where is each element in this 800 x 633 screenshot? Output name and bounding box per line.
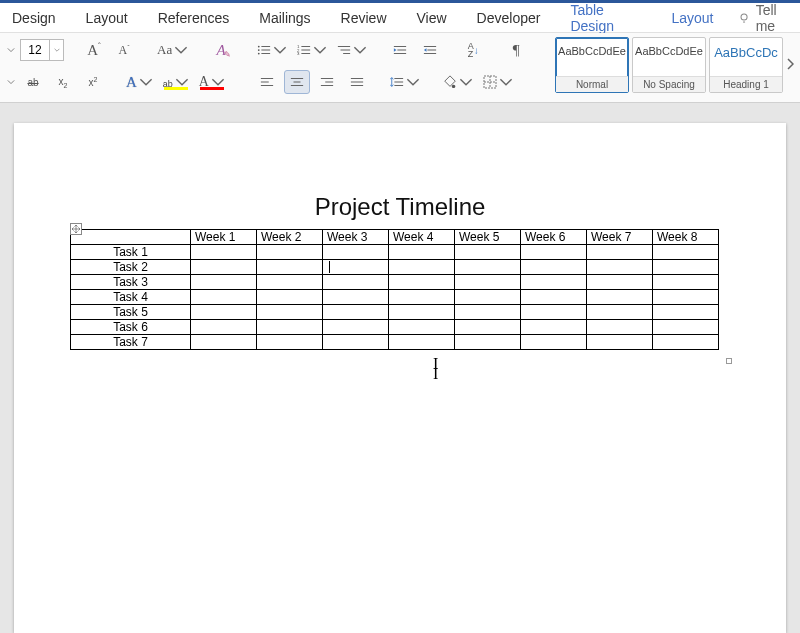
decrease-indent-button[interactable] — [387, 38, 413, 62]
tab-developer[interactable]: Developer — [471, 4, 547, 32]
row-header[interactable]: Task 2 — [71, 260, 191, 275]
column-header[interactable]: Week 2 — [257, 230, 323, 245]
table-cell[interactable] — [455, 260, 521, 275]
table-cell[interactable] — [455, 320, 521, 335]
table-move-handle[interactable] — [70, 223, 82, 235]
grow-font-button[interactable]: Aˆ — [81, 38, 107, 62]
table-cell[interactable] — [587, 260, 653, 275]
table-cell[interactable] — [323, 320, 389, 335]
table-cell[interactable] — [521, 305, 587, 320]
font-color-button[interactable]: A — [196, 70, 228, 94]
table-cell[interactable] — [521, 290, 587, 305]
table-cell[interactable] — [257, 305, 323, 320]
table-cell[interactable] — [191, 305, 257, 320]
table-cell[interactable] — [389, 305, 455, 320]
table-cell[interactable] — [653, 245, 719, 260]
multilevel-list-button[interactable] — [334, 38, 370, 62]
table-cell[interactable] — [521, 260, 587, 275]
table-cell[interactable] — [389, 260, 455, 275]
column-header[interactable]: Week 4 — [389, 230, 455, 245]
font-size-combo[interactable] — [20, 39, 64, 61]
table-cell[interactable] — [653, 275, 719, 290]
table-cell[interactable] — [587, 245, 653, 260]
change-case-button[interactable]: Aa — [154, 38, 191, 62]
superscript-button[interactable]: x2 — [80, 70, 106, 94]
shading-button[interactable] — [440, 70, 476, 94]
table-cell[interactable] — [257, 320, 323, 335]
clear-formatting-button[interactable]: A✎ — [208, 38, 234, 62]
table-cell[interactable] — [389, 335, 455, 350]
column-header[interactable]: Week 5 — [455, 230, 521, 245]
row-header[interactable]: Task 3 — [71, 275, 191, 290]
row-header[interactable]: Task 4 — [71, 290, 191, 305]
table-cell[interactable] — [191, 335, 257, 350]
tab-references[interactable]: References — [152, 4, 236, 32]
column-header[interactable]: Week 3 — [323, 230, 389, 245]
style-normal[interactable]: AaBbCcDdEe Normal — [555, 37, 629, 93]
table-cell[interactable] — [257, 290, 323, 305]
table-cell[interactable] — [257, 245, 323, 260]
table-cell[interactable] — [455, 290, 521, 305]
table-cell[interactable] — [521, 245, 587, 260]
tab-mailings[interactable]: Mailings — [253, 4, 316, 32]
column-header[interactable]: Week 7 — [587, 230, 653, 245]
text-effects-button[interactable]: A — [123, 70, 156, 94]
table-cell[interactable] — [587, 290, 653, 305]
row-header[interactable]: Task 6 — [71, 320, 191, 335]
table-cell[interactable] — [389, 320, 455, 335]
table-cell[interactable] — [455, 245, 521, 260]
table-cell[interactable] — [653, 290, 719, 305]
table-cell[interactable] — [257, 335, 323, 350]
font-size-input[interactable] — [21, 40, 49, 60]
strikethrough-button[interactable]: ab — [20, 70, 46, 94]
tab-design[interactable]: Design — [6, 4, 62, 32]
table-cell[interactable] — [587, 320, 653, 335]
font-size-dropdown[interactable] — [49, 40, 63, 60]
tab-table-layout[interactable]: Layout — [665, 4, 719, 32]
table-cell[interactable] — [323, 305, 389, 320]
table-cell[interactable] — [389, 275, 455, 290]
table-cell[interactable] — [191, 260, 257, 275]
table-cell[interactable] — [191, 275, 257, 290]
table-cell[interactable] — [389, 245, 455, 260]
table-cell[interactable] — [587, 335, 653, 350]
subscript-button[interactable]: x2 — [50, 70, 76, 94]
table-cell[interactable] — [323, 275, 389, 290]
table-cell[interactable] — [521, 275, 587, 290]
align-right-button[interactable] — [314, 70, 340, 94]
align-justify-button[interactable] — [344, 70, 370, 94]
styles-more-button[interactable] — [786, 58, 794, 73]
table-cell[interactable] — [191, 290, 257, 305]
table-cell[interactable] — [323, 290, 389, 305]
table-corner-cell[interactable] — [71, 230, 191, 245]
table-cell[interactable] — [653, 335, 719, 350]
table-cell[interactable] — [389, 290, 455, 305]
tab-review[interactable]: Review — [335, 4, 393, 32]
column-header[interactable]: Week 1 — [191, 230, 257, 245]
table-cell[interactable] — [323, 260, 389, 275]
tab-view[interactable]: View — [411, 4, 453, 32]
table-cell[interactable] — [257, 260, 323, 275]
table-cell[interactable] — [257, 275, 323, 290]
table-cell[interactable] — [653, 320, 719, 335]
page-title[interactable]: Project Timeline — [14, 193, 786, 221]
numbering-button[interactable]: 123 — [294, 38, 330, 62]
table-cell[interactable] — [521, 320, 587, 335]
table-cell[interactable] — [587, 275, 653, 290]
increase-indent-button[interactable] — [417, 38, 443, 62]
align-left-button[interactable] — [254, 70, 280, 94]
document-page[interactable]: Project Timeline Week 1 Week 2 Week 3 We… — [14, 123, 786, 633]
underline-style-dropdown[interactable] — [6, 70, 16, 94]
table-cell[interactable] — [191, 320, 257, 335]
highlight-color-button[interactable]: ab — [160, 70, 192, 94]
row-header[interactable]: Task 7 — [71, 335, 191, 350]
timeline-table[interactable]: Week 1 Week 2 Week 3 Week 4 Week 5 Week … — [70, 229, 719, 350]
sort-button[interactable]: AZ↓ — [460, 38, 486, 62]
bullets-button[interactable] — [254, 38, 290, 62]
table-cell[interactable] — [191, 245, 257, 260]
show-marks-button[interactable]: ¶ — [503, 38, 529, 62]
table-cell[interactable] — [653, 305, 719, 320]
tab-layout[interactable]: Layout — [80, 4, 134, 32]
row-header[interactable]: Task 1 — [71, 245, 191, 260]
table-cell[interactable] — [653, 260, 719, 275]
